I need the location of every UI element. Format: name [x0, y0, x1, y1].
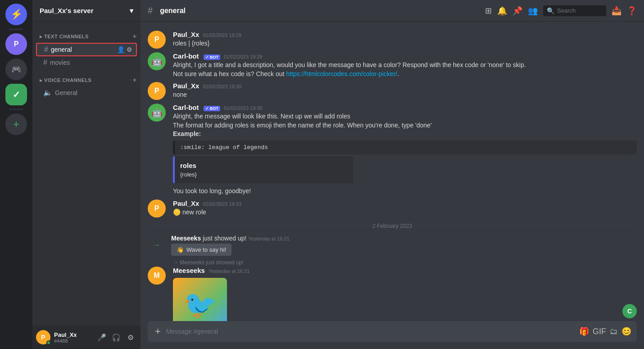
server-icon-green[interactable]: ✓	[5, 84, 27, 105]
user-settings-button[interactable]: ⚙	[124, 331, 137, 344]
embed-title: roles	[180, 162, 348, 169]
avatar: 🤖	[148, 104, 166, 122]
wave-button[interactable]: 👋 Wave to say hi!	[171, 244, 231, 256]
user-avatar: P	[36, 330, 50, 344]
chat-channel-name: general	[160, 7, 186, 15]
search-box[interactable]: 🔍	[543, 5, 606, 16]
inbox-icon[interactable]: 📥	[612, 6, 621, 16]
deafen-button[interactable]: 🎧	[110, 331, 122, 344]
search-icon: 🔍	[547, 7, 554, 14]
speaker-icon: 🔈	[43, 88, 52, 97]
gif-icon[interactable]: GIF	[593, 327, 606, 336]
message-time: 01/02/2023 19:29	[203, 32, 241, 38]
date-label: 2 February 2023	[372, 223, 412, 229]
mute-button[interactable]: 🎤	[95, 331, 108, 344]
bell-icon[interactable]: 🔔	[497, 6, 507, 16]
server-header[interactable]: Paul_Xx's server ▾	[32, 0, 141, 22]
avatar: P	[148, 82, 166, 100]
message-input-area: + 🎁 GIF 🗂 😊	[141, 321, 644, 349]
chat-header: # general ⊞ 🔔 📌 👥 🔍 📥 ❓	[141, 0, 644, 22]
nitro-button[interactable]: C	[622, 304, 637, 318]
message-author: Paul_Xx	[173, 31, 199, 38]
system-text: Meeseeks just showed up! Yesterday at 16…	[171, 235, 290, 242]
system-message: → Meeseeks just showed up! Yesterday at …	[141, 233, 644, 258]
server-icon-dark[interactable]: 🎮	[5, 59, 27, 80]
message-text: Alright, the message will look like this…	[173, 112, 637, 139]
message-header: Meeseeks Yesterday at 16:21	[173, 267, 637, 274]
code-block: :smile: league of legends	[173, 141, 637, 154]
channel-item-movies[interactable]: # movies	[36, 57, 137, 68]
message-group: P Paul_Xx 01/02/2023 19:33 🪙 new role	[141, 198, 644, 219]
channel-item-general[interactable]: # general 👤 ⚙	[36, 43, 137, 56]
system-user-link[interactable]: Meeseeks	[171, 235, 201, 242]
channel-list: ▸ TEXT CHANNELS + # general 👤 ⚙ # movies…	[32, 22, 141, 326]
text-channels-category[interactable]: ▸ TEXT CHANNELS +	[32, 25, 141, 42]
pin-icon[interactable]: 📌	[512, 6, 522, 16]
message-input[interactable]	[166, 323, 576, 340]
channel-item-voice-general[interactable]: 🔈 General	[36, 86, 137, 99]
help-icon[interactable]: ❓	[627, 6, 637, 16]
message-content-meeseeks: Meeseeks Yesterday at 16:21 🐦	[173, 267, 637, 321]
add-text-channel-button[interactable]: +	[132, 32, 137, 41]
server-divider	[9, 29, 23, 30]
message-time-meeseeks: Yesterday at 16:21	[209, 268, 249, 274]
add-voice-channel-button[interactable]: +	[132, 76, 137, 84]
wave-label: Wave to say hi!	[186, 246, 226, 253]
message-text: Alright, I got a title and a description…	[173, 61, 637, 78]
color-picker-link[interactable]: https://htmlcolorcodes.com/color-picker/	[286, 70, 397, 77]
user-name: Paul_Xx	[54, 331, 92, 338]
channel-name-general: general	[51, 46, 72, 53]
message-header: Carl-bot ✓ BOT 01/02/2023 19:30	[173, 104, 637, 111]
message-text: 🪙 new role	[173, 208, 637, 217]
embed-desc: {roles}	[180, 171, 348, 178]
message-group: P Paul_Xx 01/02/2023 19:29 roles | {role…	[141, 29, 644, 50]
hash-icon-movies: #	[43, 59, 47, 67]
user-panel: P Paul_Xx #4488 🎤 🎧 ⚙	[32, 326, 141, 349]
message-group: 🤖 Carl-bot ✓ BOT 01/02/2023 19:29 Alrigh…	[141, 50, 644, 80]
server-divider-2	[9, 109, 23, 110]
wave-icon: 👋	[177, 246, 184, 253]
message-text: none	[173, 91, 637, 100]
search-input[interactable]	[557, 7, 603, 14]
message-content: Carl-bot ✓ BOT 01/02/2023 19:29 Alright,…	[173, 52, 637, 78]
channel-sidebar: Paul_Xx's server ▾ ▸ TEXT CHANNELS + # g…	[32, 0, 141, 349]
message-text: roles | {roles}	[173, 39, 637, 48]
embed-footer-text: You took too long, goodbye!	[173, 187, 637, 196]
message-time: 01/02/2023 19:30	[224, 105, 263, 111]
emoji-icon[interactable]: 😊	[621, 326, 631, 336]
input-area-wrapper: C + 🎁 GIF 🗂 😊	[141, 321, 644, 349]
bot-badge: ✓ BOT	[204, 106, 221, 111]
members-icon[interactable]: 👥	[528, 6, 538, 16]
avatar: P	[148, 31, 166, 49]
user-info: Paul_Xx #4488	[54, 331, 92, 344]
date-divider: 2 February 2023	[141, 219, 644, 233]
message-group: 🤖 Carl-bot ✓ BOT 01/02/2023 19:30 Alrigh…	[141, 102, 644, 197]
voice-channels-category[interactable]: ▸ VOICE CHANNELS +	[32, 69, 141, 86]
attachment-button[interactable]: +	[153, 321, 163, 342]
chevron-down-icon: ▾	[130, 7, 133, 15]
message-header: Paul_Xx 01/02/2023 19:30	[173, 82, 637, 90]
server-icon-paul[interactable]: P	[5, 33, 27, 55]
input-actions: 🎁 GIF 🗂 😊	[579, 326, 631, 336]
discord-home-button[interactable]: ⚡	[5, 4, 27, 25]
message-time: 01/02/2023 19:29	[224, 54, 263, 59]
message-group: P Paul_Xx 01/02/2023 19:30 none	[141, 80, 644, 102]
add-member-icon[interactable]: 👤	[117, 46, 125, 53]
message-content: Paul_Xx 01/02/2023 19:30 none	[173, 82, 637, 100]
channel-name-movies: movies	[50, 59, 70, 66]
message-author: Carl-bot	[173, 52, 199, 60]
sticker-icon[interactable]: 🗂	[610, 327, 618, 336]
bird-sticker: 🐦	[173, 278, 227, 321]
message-author: Paul_Xx	[173, 82, 199, 90]
voice-channel-name: General	[55, 89, 77, 96]
message-author: Carl-bot	[173, 104, 199, 111]
avatar: 🤖	[148, 52, 166, 70]
settings-icon[interactable]: ⚙	[127, 46, 132, 53]
gift-icon[interactable]: 🎁	[579, 326, 589, 336]
hash-icon: #	[44, 45, 48, 54]
add-server-button[interactable]: +	[5, 113, 27, 135]
message-header: Carl-bot ✓ BOT 01/02/2023 19:29	[173, 52, 637, 60]
add-friend-icon[interactable]: ⊞	[485, 6, 492, 16]
message-content: Paul_Xx 01/02/2023 19:33 🪙 new role	[173, 199, 637, 218]
header-actions: ⊞ 🔔 📌 👥 🔍 📥 ❓	[485, 5, 637, 16]
